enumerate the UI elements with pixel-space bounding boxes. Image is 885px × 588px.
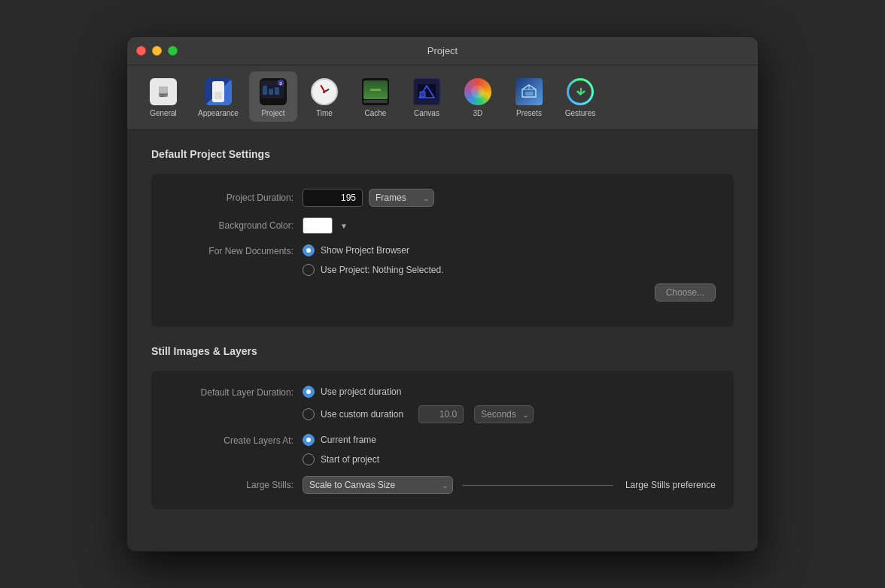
project-duration-unit-wrapper: Frames Seconds Timecode [369,189,434,207]
svg-rect-3 [160,96,164,98]
time-icon [309,76,340,108]
use-project-label: Use Project: Nothing Selected. [321,265,443,275]
background-color-label: Background Color: [169,220,293,231]
create-layers-at-label: Create Layers At: [169,434,293,446]
toolbar-item-presets[interactable]: Presets [505,71,553,122]
default-layer-duration-label: Default Layer Duration: [169,386,293,398]
for-new-documents-row: For New Documents: Show Project Browser … [169,244,716,302]
toolbar-item-canvas[interactable]: Canvas [403,71,451,122]
toolbar-item-project[interactable]: 3 Project [249,71,297,122]
custom-duration-unit-select[interactable]: Seconds Frames [474,405,534,423]
annotation-text: Large Stills preference [625,480,716,490]
toolbar-item-gestures[interactable]: Gestures [556,71,604,122]
project-duration-label: Project Duration: [169,192,293,203]
use-project-radio[interactable] [303,264,315,276]
title-bar: Project [127,37,758,65]
create-layers-at-options: Current frame Start of project [303,434,716,465]
presets-icon [513,76,545,108]
project-duration-input[interactable] [303,189,363,207]
toolbar-item-time[interactable]: Time [300,71,348,122]
cache-label: Cache [364,109,386,117]
toolbar-item-3d[interactable]: 3D [454,71,502,122]
choose-button[interactable]: Choose... [655,283,716,302]
create-layers-at-row: Create Layers At: Current frame Start of… [169,434,716,465]
use-custom-duration-radio[interactable] [303,408,315,420]
appearance-label: Appearance [198,109,239,117]
use-project-duration-row: Use project duration [303,386,716,398]
project-duration-unit-select[interactable]: Frames Seconds Timecode [369,189,434,207]
use-custom-duration-label: Use custom duration [321,409,403,420]
minimize-button[interactable] [152,46,162,56]
choose-row: Choose... [303,283,716,302]
general-label: General [150,109,177,117]
start-of-project-row: Start of project [303,453,716,465]
custom-duration-input[interactable] [418,405,464,423]
svg-rect-7 [263,86,267,95]
use-project-row: Use Project: Nothing Selected. [303,264,716,276]
3d-label: 3D [473,109,483,117]
canvas-icon [411,76,442,108]
start-of-project-radio[interactable] [303,453,315,465]
window-title: Project [427,45,458,56]
custom-duration-unit-wrapper: Seconds Frames [474,405,534,423]
project-duration-controls: Frames Seconds Timecode [303,189,434,207]
show-browser-row: Show Project Browser [303,244,716,256]
toolbar-item-appearance[interactable]: Appearance [190,71,246,122]
maximize-button[interactable] [168,46,178,56]
background-color-row: Background Color: ▼ [169,217,716,234]
general-icon [148,76,179,108]
svg-rect-18 [525,92,533,95]
3d-icon [462,76,494,108]
toolbar-item-general[interactable]: General [139,71,187,122]
still-images-layers-title: Still Images & Layers [151,345,734,357]
current-frame-row: Current frame [303,434,716,446]
close-button[interactable] [136,46,146,56]
time-label: Time [316,109,333,117]
traffic-lights [136,46,178,56]
current-frame-label: Current frame [321,435,376,445]
default-layer-duration-options: Use project duration Use custom duration… [303,386,716,423]
cache-icon [360,76,391,108]
presets-label: Presets [516,109,542,117]
default-layer-duration-row: Default Layer Duration: Use project dura… [169,386,716,423]
gestures-icon [564,76,596,108]
start-of-project-label: Start of project [321,454,379,465]
use-custom-duration-row: Use custom duration Seconds Frames [303,405,716,423]
svg-rect-2 [160,94,166,95]
svg-rect-14 [420,92,425,97]
main-window: Project General Appearance [126,36,759,552]
project-icon: 3 [257,76,289,108]
show-browser-label: Show Project Browser [321,245,409,256]
for-new-documents-label: For New Documents: [169,244,293,256]
current-frame-radio[interactable] [303,434,315,446]
large-stills-select[interactable]: Scale to Canvas Size Do Nothing Fit to C… [303,476,453,494]
show-browser-radio[interactable] [303,244,315,256]
use-project-duration-radio[interactable] [303,386,315,398]
project-duration-row: Project Duration: Frames Seconds Timecod… [169,189,716,207]
toolbar: General Appearance [127,65,758,130]
svg-rect-1 [159,86,168,93]
large-stills-label: Large Stills: [169,480,293,490]
project-label: Project [261,109,284,117]
background-color-controls: ▼ [303,217,348,234]
annotation-line [462,485,613,486]
toolbar-item-cache[interactable]: Cache [351,71,400,122]
large-stills-row: Large Stills: Scale to Canvas Size Do No… [169,476,716,494]
default-project-settings-title: Default Project Settings [151,148,734,160]
main-content: Default Project Settings Project Duratio… [127,130,758,551]
for-new-documents-options: Show Project Browser Use Project: Nothin… [303,244,716,302]
appearance-icon [202,76,234,108]
gestures-label: Gestures [565,109,596,117]
svg-rect-8 [269,89,273,95]
large-stills-controls: Scale to Canvas Size Do Nothing Fit to C… [303,476,716,494]
svg-rect-9 [275,87,279,95]
large-stills-select-wrapper: Scale to Canvas Size Do Nothing Fit to C… [303,476,453,494]
default-project-settings-box: Project Duration: Frames Seconds Timecod… [151,174,734,327]
use-project-duration-label: Use project duration [321,386,401,397]
still-images-layers-box: Default Layer Duration: Use project dura… [151,371,734,509]
color-dropdown-arrow[interactable]: ▼ [340,222,348,230]
canvas-label: Canvas [414,109,439,117]
background-color-swatch[interactable] [303,217,333,234]
